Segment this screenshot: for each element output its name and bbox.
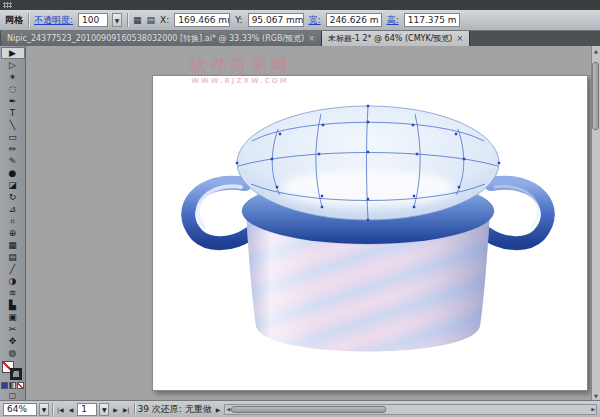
opacity-link[interactable]: 不透明度: <box>34 14 73 27</box>
panel-grip-icon[interactable] <box>3 2 12 8</box>
separator <box>127 13 128 27</box>
frame-top <box>0 0 600 10</box>
illustrator-window: 网格 不透明度: 100 ▼ ▦ ▤ X: 169.466 mm Y: 95.0… <box>0 0 600 417</box>
tab-close-icon[interactable]: × <box>308 35 315 43</box>
last-artboard-button[interactable]: ▶| <box>122 406 131 413</box>
eraser-tool[interactable]: ◪ <box>1 179 25 191</box>
slice-tool[interactable]: ✂ <box>1 323 25 335</box>
zoom-dropdown-icon[interactable]: ▼ <box>39 403 49 416</box>
paintbrush-tool[interactable]: ✏ <box>1 143 25 155</box>
vertical-scroll-thumb[interactable] <box>592 62 599 130</box>
prev-artboard-button[interactable]: ◀ <box>68 406 75 413</box>
horizontal-scrollbar[interactable]: ◀ ▶ <box>224 404 597 415</box>
tools-panel: ▶ ▷ ✶ ◌ ✒ T ╲ ▭ ✏ ✎ ● ◪ ↻ ⊿ ⌗ ⊕ ▦ ▤ ╱ ◑ … <box>0 46 26 400</box>
pot-handle-left[interactable] <box>188 183 249 243</box>
width-input[interactable]: 246.626 m <box>326 13 382 27</box>
scroll-left-icon[interactable]: ◀ <box>226 406 230 412</box>
scroll-up-icon[interactable]: ▲ <box>594 46 598 55</box>
rectangle-tool[interactable]: ▭ <box>1 131 25 143</box>
control-panel: 网格 不透明度: 100 ▼ ▦ ▤ X: 169.466 mm Y: 95.0… <box>0 10 600 31</box>
opacity-input[interactable]: 100 <box>78 13 108 27</box>
selection-tool[interactable]: ▶ <box>1 47 25 59</box>
symbol-sprayer-tool[interactable]: ≋ <box>1 287 25 299</box>
tab-label: Nipic_24377523_20100909160538032000 [转换]… <box>7 33 304 44</box>
color-swatches <box>1 361 25 381</box>
height-input[interactable]: 117.375 m <box>404 13 460 27</box>
mesh-tool[interactable]: ▦ <box>1 239 25 251</box>
separator <box>134 403 135 415</box>
shape-builder-tool[interactable]: ⊕ <box>1 227 25 239</box>
history-status-text: 39 次还原: 无重做 <box>138 403 212 416</box>
lasso-tool[interactable]: ◌ <box>1 83 25 95</box>
artboard-tool[interactable]: ▣ <box>1 311 25 323</box>
type-tool[interactable]: T <box>1 107 25 119</box>
status-menu-icon[interactable]: ▶ <box>215 406 222 413</box>
document-setup-icon[interactable]: ▤ <box>147 15 156 25</box>
first-artboard-button[interactable]: |◀ <box>56 406 65 413</box>
document-tab-bar: Nipic_24377523_20100909160538032000 [转换]… <box>0 31 600 46</box>
tab-label: 未标题-1 2* @ 64% (CMYK/预览) <box>328 33 453 44</box>
blob-brush-tool[interactable]: ● <box>1 167 25 179</box>
next-artboard-button[interactable]: ▶ <box>112 406 119 413</box>
width-label[interactable]: 宽: <box>309 14 321 27</box>
gradient-mode-button[interactable] <box>9 382 16 389</box>
pen-tool[interactable]: ✒ <box>1 95 25 107</box>
zoom-input[interactable]: 64% <box>3 403 37 416</box>
eyedropper-tool[interactable]: ╱ <box>1 263 25 275</box>
scroll-down-icon[interactable]: ▼ <box>594 391 598 400</box>
tab-document-1[interactable]: Nipic_24377523_20100909160538032000 [转换]… <box>1 31 322 46</box>
pot-handle-right[interactable] <box>487 183 548 243</box>
tab-close-icon[interactable]: × <box>456 35 463 43</box>
stroke-color-swatch[interactable] <box>10 368 22 380</box>
y-label: Y: <box>235 15 242 25</box>
line-segment-tool[interactable]: ╲ <box>1 119 25 131</box>
none-mode-button[interactable] <box>17 382 24 389</box>
tab-document-2[interactable]: 未标题-1 2* @ 64% (CMYK/预览) × <box>322 31 470 46</box>
gradient-tool[interactable]: ▤ <box>1 251 25 263</box>
scroll-right-icon[interactable]: ▶ <box>591 406 595 412</box>
status-bar: 64% ▼ |◀ ◀ 1 ▼ ▶ ▶| 39 次还原: 无重做 ▶ ◀ ▶ <box>0 400 600 417</box>
rotate-tool[interactable]: ↻ <box>1 191 25 203</box>
zoom-tool[interactable]: ◍ <box>1 347 25 359</box>
canvas-area[interactable]: 软件自学网 WWW.RJZXW.COM <box>26 46 591 400</box>
graph-tool[interactable]: ▙ <box>1 299 25 311</box>
x-label: X: <box>160 15 169 25</box>
artboard-number-input[interactable]: 1 <box>77 403 97 416</box>
artboard-dropdown-icon[interactable]: ▼ <box>99 403 109 416</box>
selection-type-label: 网格 <box>5 14 23 27</box>
watermark-title: 软件自学网 <box>190 54 290 77</box>
separator <box>28 13 29 27</box>
magic-wand-tool[interactable]: ✶ <box>1 71 25 83</box>
hand-tool[interactable]: ✥ <box>1 335 25 347</box>
blend-tool[interactable]: ◑ <box>1 275 25 287</box>
screen-mode-button[interactable]: ▢ <box>9 391 17 400</box>
reference-point-icon[interactable]: ▦ <box>133 15 142 25</box>
direct-selection-tool[interactable]: ▷ <box>1 59 25 71</box>
height-label[interactable]: 高: <box>387 14 399 27</box>
color-mode-button[interactable] <box>1 382 8 389</box>
horizontal-scroll-thumb[interactable] <box>231 406 386 413</box>
pencil-tool[interactable]: ✎ <box>1 155 25 167</box>
paint-mode-row <box>1 382 24 389</box>
separator <box>52 403 53 415</box>
opacity-dropdown-icon[interactable]: ▼ <box>112 13 122 27</box>
artboard[interactable] <box>152 75 588 391</box>
free-transform-tool[interactable]: ⌗ <box>1 215 25 227</box>
x-input[interactable]: 169.466 mm <box>174 13 230 27</box>
workspace: ▶ ▷ ✶ ◌ ✒ T ╲ ▭ ✏ ✎ ● ◪ ↻ ⊿ ⌗ ⊕ ▦ ▤ ╱ ◑ … <box>0 46 600 400</box>
pot-illustration[interactable] <box>153 76 589 392</box>
y-input[interactable]: 95.067 mm <box>248 13 304 27</box>
scale-tool[interactable]: ⊿ <box>1 203 25 215</box>
vertical-scrollbar[interactable]: ▲ ▼ <box>591 46 600 400</box>
